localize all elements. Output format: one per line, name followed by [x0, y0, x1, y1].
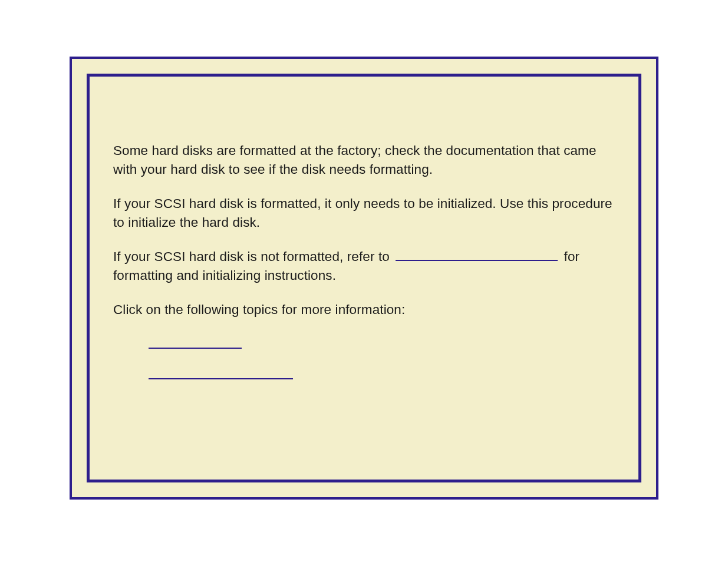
topic-link-2[interactable]	[149, 370, 293, 379]
paragraph-refer-to: If your SCSI hard disk is not formatted,…	[113, 247, 615, 285]
reference-link-blank[interactable]	[396, 247, 558, 261]
document-outer-frame: Some hard disks are formatted at the fac…	[70, 57, 658, 500]
paragraph-initialize: If your SCSI hard disk is formatted, it …	[113, 194, 615, 232]
paragraph-factory-formatted: Some hard disks are formatted at the fac…	[113, 141, 615, 179]
paragraph-click-topics: Click on the following topics for more i…	[113, 300, 615, 319]
document-inner-frame: Some hard disks are formatted at the fac…	[87, 74, 641, 482]
topic-link-1[interactable]	[149, 339, 242, 349]
topic-link-list	[149, 339, 615, 379]
paragraph-refer-to-pre: If your SCSI hard disk is not formatted,…	[113, 249, 393, 264]
